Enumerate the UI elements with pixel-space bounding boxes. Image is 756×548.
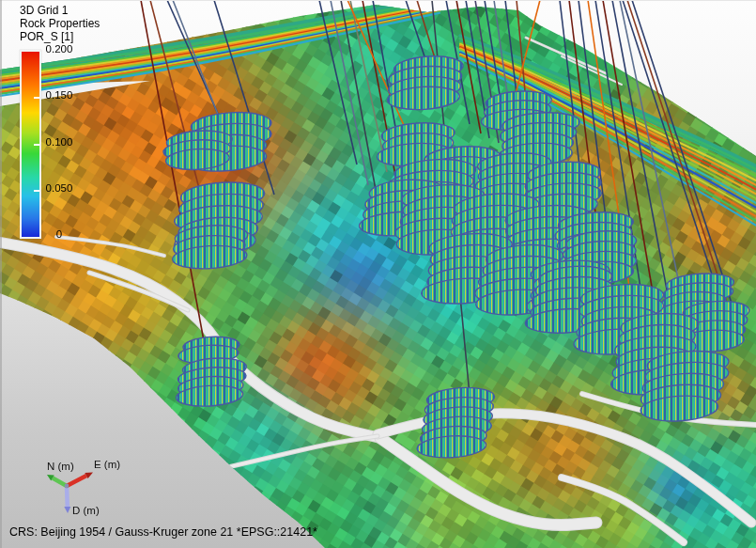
colorbar-tick-label: 0.150 [39,89,79,101]
property-name: POR_S [1] [20,30,73,43]
grid-title: 3D Grid 1 [20,4,68,17]
axis-n-label: N (m) [47,461,74,472]
axis-d-label: D (m) [72,505,100,516]
3d-viewport[interactable]: 3D Grid 1 Rock Properties POR_S [1] 0.20… [0,0,756,548]
colorbar-tick-label: 0.050 [39,182,79,194]
window-border-left [0,0,2,548]
axis-n-arrow [47,475,67,486]
axis-e-label: E (m) [94,459,120,470]
colorbar-tick-label: 0.100 [39,136,79,148]
colorbar [20,50,41,239]
axis-e-arrow [67,473,93,487]
property-group: Rock Properties [20,17,100,30]
colorbar-tick-label: 0.200 [39,43,79,55]
axis-triad: N (m) E (m) D (m) [24,455,148,528]
crs-status: CRS: Beijing 1954 / Gauss-Kruger zone 21… [9,525,317,539]
axis-d-arrow [64,486,70,513]
window-border-top [0,0,756,1]
axis-origin [65,484,69,489]
colorbar-tick-label: 0 [39,228,79,240]
